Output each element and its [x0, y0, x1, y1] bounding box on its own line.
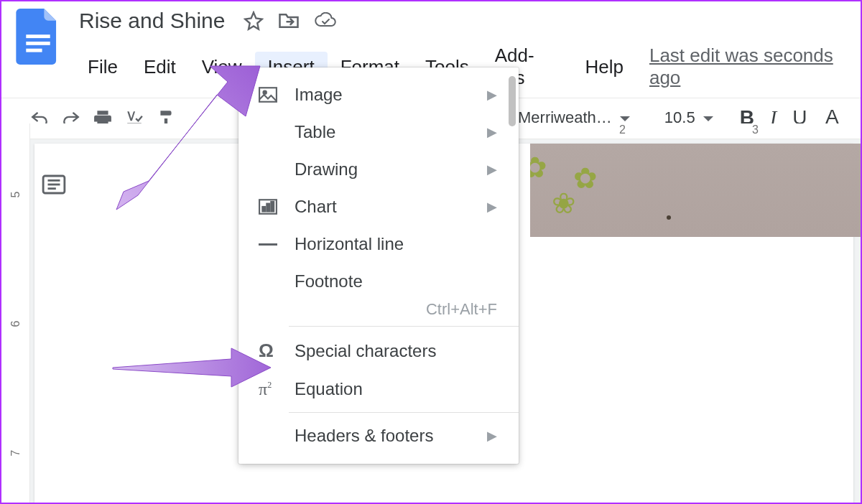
dropdown-item-headers-footers[interactable]: Headers & footers ▶: [238, 417, 519, 455]
docs-logo-icon[interactable]: [16, 9, 60, 65]
menu-help[interactable]: Help: [572, 52, 636, 83]
dropdown-divider: [289, 326, 519, 327]
svg-rect-0: [26, 34, 50, 38]
horizontal-line-icon: [259, 242, 284, 246]
last-edit-link[interactable]: Last edit was seconds ago: [649, 45, 853, 89]
svg-marker-14: [116, 66, 260, 210]
svg-rect-13: [259, 243, 277, 246]
document-image[interactable]: ✿ ❀ ✿: [530, 144, 862, 237]
submenu-arrow-icon: ▶: [487, 87, 497, 103]
dropdown-label: Special characters: [295, 341, 436, 361]
submenu-arrow-icon: ▶: [487, 162, 497, 177]
dropdown-label: Chart: [295, 197, 337, 217]
dropdown-label: Equation: [295, 379, 363, 399]
document-outline-icon[interactable]: [42, 174, 66, 198]
svg-rect-1: [26, 42, 50, 45]
ruler-mark: 5: [9, 181, 22, 209]
dropdown-label: Headers & footers: [295, 426, 433, 447]
submenu-arrow-icon: ▶: [487, 428, 497, 444]
document-title[interactable]: Rise and Shine: [75, 7, 229, 34]
ruler-mark: 3: [752, 123, 759, 136]
dropdown-label: Image: [295, 85, 343, 105]
ruler-mark: 2: [619, 123, 626, 136]
submenu-arrow-icon: ▶: [487, 199, 497, 215]
star-icon[interactable]: [244, 11, 264, 31]
dropdown-label: Drawing: [295, 159, 358, 179]
cloud-status-icon[interactable]: [314, 12, 337, 29]
submenu-arrow-icon: ▶: [487, 124, 497, 140]
ruler-mark: 7: [9, 439, 22, 467]
dropdown-label: Table: [295, 122, 335, 142]
dropdown-shortcut: Ctrl+Alt+F: [238, 300, 519, 322]
dropdown-divider: [289, 412, 519, 413]
dropdown-label: Horizontal line: [295, 234, 404, 254]
ruler-mark: 6: [9, 310, 22, 338]
move-to-folder-icon[interactable]: [278, 11, 300, 30]
annotation-arrow: [109, 52, 296, 217]
dropdown-item-horizontal-line[interactable]: Horizontal line: [238, 225, 519, 263]
annotation-arrow: [109, 346, 282, 389]
vertical-ruler[interactable]: 5 6 7: [1, 123, 30, 503]
svg-rect-2: [26, 49, 42, 52]
svg-marker-15: [113, 348, 271, 387]
dropdown-item-footnote[interactable]: Footnote: [238, 263, 519, 300]
dropdown-label: Footnote: [295, 271, 363, 291]
